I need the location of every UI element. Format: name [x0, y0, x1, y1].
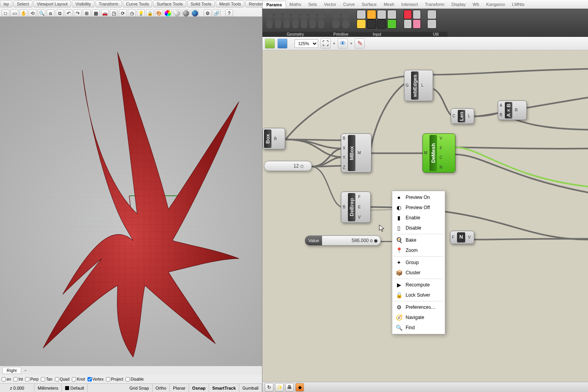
ctx-lock-solver[interactable]: 🔒Lock Solver	[392, 290, 445, 300]
ctx-preferences-[interactable]: ⚙Preferences…	[392, 302, 445, 312]
shelf-component-icon[interactable]	[331, 19, 340, 29]
gh-tab-vector[interactable]: Vector	[320, 1, 340, 8]
shelf-component-icon[interactable]	[367, 10, 376, 19]
zoom-select[interactable]: 125%	[295, 39, 318, 48]
component-axb[interactable]: AB A×B R	[498, 100, 527, 120]
gh-tab-transform[interactable]: Transform	[421, 1, 448, 8]
ctx-zoom[interactable]: 📍Zoom	[392, 245, 445, 255]
pan-icon[interactable]: ✋	[20, 9, 27, 17]
osnap-tan[interactable]: Tan	[41, 377, 52, 381]
gh-tab-maths[interactable]: Maths	[286, 1, 305, 8]
component-n[interactable]: F N V	[450, 231, 474, 244]
status-toggle-ortho[interactable]: Ortho	[153, 384, 170, 392]
new-icon[interactable]: □	[2, 9, 9, 17]
open-file-icon[interactable]	[265, 38, 275, 49]
zoom-icon[interactable]: 🔍	[38, 9, 46, 17]
rhino-tab-curve-tools[interactable]: Curve Tools	[123, 0, 153, 7]
component-demesh[interactable]: M DeMesh VFCN	[422, 133, 455, 173]
shelf-group-label[interactable]: Geometry	[262, 32, 328, 37]
ctx-bake[interactable]: 🍳Bake	[392, 235, 445, 245]
rhino-tab-surface-tools[interactable]: Surface Tools	[153, 0, 186, 7]
ctx-recompute[interactable]: ▶Recompute	[392, 280, 445, 290]
shelf-component-icon[interactable]	[283, 10, 291, 19]
viewport-tab-right[interactable]: Right	[2, 367, 21, 374]
rhino-tab-lay[interactable]: lay	[0, 0, 13, 7]
sketch-icon[interactable]: ✎	[355, 38, 365, 49]
shelf-component-icon[interactable]	[317, 19, 325, 29]
shelf-group-label[interactable]	[400, 32, 424, 37]
rhino-tab-visibility[interactable]: Visibility	[72, 0, 95, 7]
link-icon[interactable]: 🔗	[213, 9, 220, 17]
open-icon[interactable]: ▭	[11, 9, 18, 17]
gh-tab-curve[interactable]: Curve	[340, 1, 358, 8]
gh-canvas[interactable]: G wbEdges L C Len L AB A×B R Box B BXYZ …	[262, 50, 588, 382]
osnap-vertex[interactable]: Vertex	[87, 377, 104, 381]
shelf-component-icon[interactable]	[274, 10, 282, 19]
component-mbox[interactable]: BXYZ MBox M	[341, 133, 371, 173]
shelf-component-icon[interactable]	[300, 10, 308, 19]
save-file-icon[interactable]	[277, 38, 288, 49]
osnap-quad[interactable]: Quad	[55, 377, 69, 381]
ctx-cluster[interactable]: 📦Cluster	[392, 268, 445, 278]
shelf-component-icon[interactable]	[357, 19, 366, 29]
preview-mode-icon[interactable]: 👁	[338, 38, 348, 49]
shelf-component-icon[interactable]	[404, 10, 412, 19]
zoom-extents-icon[interactable]: ⛶	[320, 38, 331, 49]
osnap-en[interactable]: en	[2, 377, 11, 381]
osnap-perp[interactable]: Perp	[25, 377, 38, 381]
shelf-component-icon[interactable]	[283, 19, 291, 29]
shelf-component-icon[interactable]	[341, 10, 350, 19]
shelf-component-icon[interactable]	[367, 19, 376, 29]
color-icon[interactable]	[164, 9, 172, 17]
shelf-group-label[interactable]: Primitive	[328, 32, 353, 37]
sphere2-icon[interactable]	[182, 9, 190, 17]
shelf-component-icon[interactable]	[266, 19, 273, 29]
print-icon[interactable]: 🖶	[285, 383, 294, 392]
osnap-project[interactable]: Project	[106, 377, 123, 381]
gh-tab-mesh[interactable]: Mesh	[380, 1, 398, 8]
rhino-tab-solid-tools[interactable]: Solid Tools	[187, 0, 215, 7]
ctx-enable[interactable]: ▮Enable	[392, 213, 445, 223]
osnap-disable[interactable]: Disable	[126, 377, 144, 381]
cplane-icon[interactable]: ◳	[110, 9, 118, 17]
shelf-component-icon[interactable]	[413, 19, 421, 29]
shelf-component-icon[interactable]	[413, 10, 421, 19]
shelf-component-icon[interactable]	[300, 19, 308, 29]
car-icon[interactable]: 🚗	[101, 9, 109, 17]
gh-tab-lmnts[interactable]: LMNts	[508, 1, 528, 8]
shelf-group-label[interactable]: Input	[353, 32, 400, 37]
ctx-preview-on[interactable]: ●Preview On	[392, 192, 445, 202]
osnap-int[interactable]: Int	[13, 377, 23, 381]
sphere3-icon[interactable]	[191, 9, 199, 17]
shelf-component-icon[interactable]	[341, 19, 350, 29]
grid-icon[interactable]: ⊞	[83, 9, 91, 17]
status-toggle-smarttrack[interactable]: SmartTrack	[209, 384, 239, 392]
gh-tab-intersect[interactable]: Intersect	[398, 1, 421, 8]
status-toggle-gumball[interactable]: Gumball	[239, 384, 262, 392]
layers-icon[interactable]: ▦	[92, 9, 100, 17]
slider-value[interactable]: Value 586.000 o	[305, 235, 381, 246]
gh-tab-kangaroo[interactable]: Kangaroo	[483, 1, 509, 8]
undo-icon[interactable]: ↶	[65, 9, 73, 17]
shelf-group-label[interactable]: Util	[424, 32, 448, 37]
viewport-add-tab[interactable]: +	[21, 367, 30, 374]
component-len[interactable]: C Len L	[451, 108, 474, 124]
wand-icon[interactable]: ✨	[275, 383, 284, 392]
shelf-component-icon[interactable]	[404, 19, 412, 29]
zoom-ext-icon[interactable]: ⧉	[56, 9, 64, 17]
rhino-viewport[interactable]	[0, 16, 262, 366]
status-toggle-gridsnap[interactable]: Grid Snap	[126, 384, 153, 392]
gh-tab-surface[interactable]: Surface	[358, 1, 380, 8]
gh-tab-wb[interactable]: Wb	[469, 1, 483, 8]
gh-tab-display[interactable]: Display	[448, 1, 469, 8]
shelf-component-icon[interactable]	[291, 19, 299, 29]
help-icon[interactable]: ?	[225, 9, 233, 17]
shelf-component-icon[interactable]	[427, 10, 437, 19]
rhino-tab-viewport-layout[interactable]: Viewport Layout	[33, 0, 71, 7]
gh-tab-params[interactable]: Params	[262, 1, 286, 8]
sphere1-icon[interactable]	[173, 9, 181, 17]
shelf-component-icon[interactable]	[387, 10, 397, 19]
ctx-disable[interactable]: ▯Disable	[392, 223, 445, 233]
clock-icon[interactable]: ◷	[128, 9, 136, 17]
shelf-component-icon[interactable]	[309, 19, 317, 29]
